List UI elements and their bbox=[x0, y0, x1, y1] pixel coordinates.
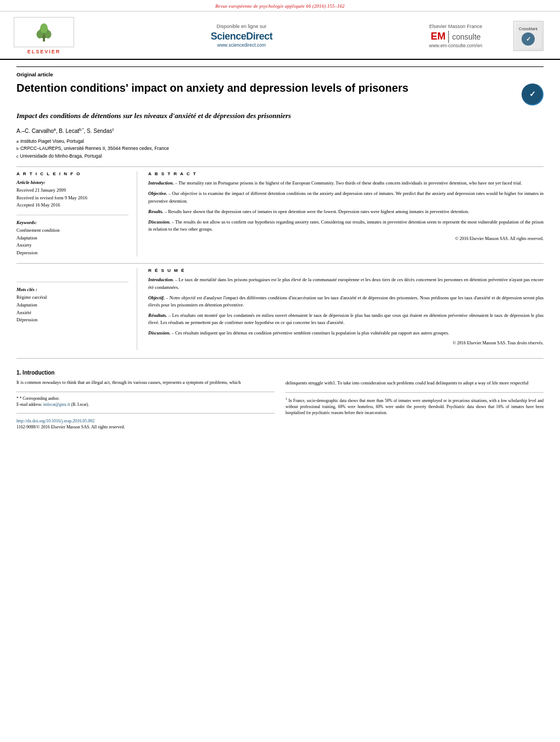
crossmark-inline[interactable]: ✓ bbox=[522, 83, 544, 105]
intro-heading: 1. Introduction bbox=[16, 370, 275, 376]
keyword-1: Confinement condition bbox=[16, 227, 128, 235]
history-title: Article history: bbox=[16, 180, 128, 185]
intro-left-col: 1. Introduction It is common nowadays to… bbox=[16, 364, 275, 430]
resume-two-col: Mots clés : Régime carcéral Adaptation A… bbox=[16, 268, 544, 349]
svg-text:✓: ✓ bbox=[529, 90, 536, 98]
crossmark-logo-area: CrossMark ✓ bbox=[505, 21, 544, 51]
crossmark-box: CrossMark ✓ bbox=[513, 21, 544, 51]
crossmark-inline-icon: ✓ bbox=[523, 85, 542, 104]
article-history-block: Article history: Received 21 January 200… bbox=[16, 180, 128, 209]
resume-discussion-text: – Ces résultats indiquent que les détenu… bbox=[172, 330, 450, 336]
elsevier-logo: ELSEVIER bbox=[11, 17, 77, 54]
sciencedirect-title[interactable]: ScienceDirect bbox=[211, 31, 273, 42]
abstract-block: Introduction. – The mortality rate in Po… bbox=[148, 180, 544, 241]
em-text: EM bbox=[430, 31, 445, 42]
mots-cles-area: Mots clés : Régime carcéral Adaptation A… bbox=[16, 282, 128, 323]
abstract-copyright: © 2016 Elsevier Masson SAS. All rights r… bbox=[148, 236, 544, 241]
elsevier-label: ELSEVIER bbox=[27, 49, 61, 54]
abstract-intro-label: Introduction. bbox=[148, 180, 174, 186]
consulte-text: consulte bbox=[452, 32, 480, 41]
resume-objectif: Objectif. – Notre objectif est d'analyse… bbox=[148, 294, 544, 309]
header-section: ELSEVIER Disponible en ligne sur Science… bbox=[0, 12, 560, 60]
author-sup-c: c bbox=[112, 127, 114, 131]
abstract-intro: Introduction. – The mortality rate in Po… bbox=[148, 180, 544, 187]
svg-text:CrossMark: CrossMark bbox=[519, 27, 537, 31]
issn-line: 1162-9088/© 2016 Elsevier Masson SAS. Al… bbox=[16, 425, 275, 429]
affiliation-a: a Instituto Piaget Viseu, Portugal bbox=[16, 138, 544, 146]
page: Revue européenne de psychologie appliqué… bbox=[0, 0, 560, 742]
resume-resultats-label: Résultats. bbox=[148, 313, 167, 318]
article-info-label: A R T I C L E I N F O bbox=[16, 171, 128, 176]
authors: A.–C. Carvalhoa, B. Lecatb,*, S. Sendasc bbox=[16, 127, 544, 134]
footnote-email: E-mail address: imlecat@gmx.fr (B. Lecat… bbox=[16, 401, 275, 408]
em-url[interactable]: www.em-consulte.com/en bbox=[429, 43, 483, 48]
mots-cles-block: Mots clés : Régime carcéral Adaptation A… bbox=[16, 287, 128, 323]
intro-body-left: It is common nowadays to think that an i… bbox=[16, 379, 275, 386]
footnote1-text: 1 In France, socio-demographic data show… bbox=[285, 396, 544, 416]
resume-copyright: © 2016 Elsevier Masson SAS. Tous droits … bbox=[148, 341, 544, 345]
intro-two-col: 1. Introduction It is common nowadays to… bbox=[16, 364, 544, 430]
article-type: Original article bbox=[16, 66, 544, 77]
abstract-discussion-label: Discussion. bbox=[148, 219, 170, 225]
resume-objectif-label: Objectif. bbox=[148, 295, 165, 300]
accepted-date: Accepted 16 May 2016 bbox=[16, 202, 128, 209]
title-row: Detention conditions' impact on anxiety … bbox=[16, 81, 544, 105]
keyword-3: Anxiety bbox=[16, 242, 128, 249]
resume-resultats: Résultats. – Les résultats ont montré qu… bbox=[148, 312, 544, 326]
keyword-4: Depression bbox=[16, 249, 128, 257]
divider-resume bbox=[16, 263, 544, 264]
doi-link[interactable]: http://dx.doi.org/10.1016/j.erap.2016.05… bbox=[16, 419, 275, 423]
revised-date: Received in revised form 9 May 2016 bbox=[16, 194, 128, 202]
abstract-objective-text: – Our objective is to examine the impact… bbox=[148, 191, 544, 203]
resume-label: R É S U M É bbox=[148, 268, 544, 273]
affiliation-b: b CRPCC–LAUREPS, université Rennes II, 3… bbox=[16, 145, 544, 153]
keywords-title: Keywords: bbox=[16, 220, 128, 225]
abstract-label: A B S T R A C T bbox=[148, 171, 544, 176]
mot-cle-3: Anxiété bbox=[16, 309, 128, 317]
resume-objectif-text: – Notre objectif est d'analyser l'impact… bbox=[148, 295, 544, 308]
resume-intro: Introduction. – Le taux de mortalité dan… bbox=[148, 276, 544, 291]
elsevier-logo-box bbox=[14, 17, 74, 47]
resume-block: Introduction. – Le taux de mortalité dan… bbox=[148, 276, 544, 345]
right-col-abstract: A B S T R A C T Introduction. – The mort… bbox=[137, 171, 544, 256]
intro-body-right: delinquents struggle with1. To take into… bbox=[285, 380, 544, 387]
journal-title: Revue européenne de psychologie appliqué… bbox=[215, 3, 345, 9]
resume-right-col: R É S U M É Introduction. – Le taux de m… bbox=[137, 268, 544, 349]
footnote-section: * * Corresponding author. E-mail address… bbox=[16, 392, 275, 408]
footnote-email-address[interactable]: imlecat@gmx.fr bbox=[43, 402, 70, 407]
abstract-intro-text: – The mortality rate in Portuguese priso… bbox=[175, 180, 522, 186]
resume-left-col: Mots clés : Régime carcéral Adaptation A… bbox=[16, 268, 137, 349]
author-sup-b: b,* bbox=[79, 127, 84, 131]
abstract-results-text: – Results have shown that the depression… bbox=[165, 209, 469, 214]
abstract-results: Results. – Results have shown that the d… bbox=[148, 208, 544, 215]
intro-right-col: delinquents struggle with1. To take into… bbox=[285, 364, 544, 430]
bottom-doi-section: http://dx.doi.org/10.1016/j.erap.2016.05… bbox=[16, 413, 275, 429]
resume-discussion: Discussion. – Ces résultats indiquent qu… bbox=[148, 330, 544, 337]
resume-resultats-text: – Les résultats ont montré que les conda… bbox=[148, 313, 544, 325]
keyword-2: Adaptation bbox=[16, 235, 128, 242]
abstract-discussion-text: – The results do not allow us to confirm… bbox=[148, 219, 544, 232]
author-sup-a: a bbox=[54, 127, 56, 131]
sciencedirect-url[interactable]: www.sciencedirect.com bbox=[217, 42, 266, 48]
received-date: Received 21 January 2009 bbox=[16, 187, 128, 194]
em-consulte-section: Elsevier Masson France EM consulte www.e… bbox=[406, 24, 505, 48]
crossmark-icon: CrossMark ✓ bbox=[516, 24, 541, 48]
affiliations: a Instituto Piaget Viseu, Portugal b CRP… bbox=[16, 138, 544, 160]
abstract-objective-label: Objective. bbox=[148, 191, 167, 196]
article-title: Detention conditions' impact on anxiety … bbox=[16, 81, 408, 95]
footnote-star-note: * * Corresponding author. bbox=[16, 395, 275, 401]
resume-intro-text: – Le taux de mortalité dans les prisons … bbox=[148, 277, 544, 289]
mot-cle-1: Régime carcéral bbox=[16, 294, 128, 302]
footnote1-number: 1 bbox=[285, 397, 287, 400]
abstract-results-label: Results. bbox=[148, 209, 164, 214]
intro-section: 1. Introduction It is common nowadays to… bbox=[16, 358, 544, 430]
resume-intro-label: Introduction. bbox=[148, 277, 174, 282]
mot-cle-4: Dépression bbox=[16, 316, 128, 324]
keywords-block: Keywords: Confinement condition Adaptati… bbox=[16, 220, 128, 256]
journal-bar: Revue européenne de psychologie appliqué… bbox=[0, 0, 560, 12]
resume-section: Mots clés : Régime carcéral Adaptation A… bbox=[16, 263, 544, 349]
main-content: Original article Detention conditions' i… bbox=[0, 60, 560, 435]
divider-motscles bbox=[16, 282, 128, 282]
elsevier-tree-icon bbox=[33, 21, 55, 43]
divider-main bbox=[16, 166, 544, 167]
